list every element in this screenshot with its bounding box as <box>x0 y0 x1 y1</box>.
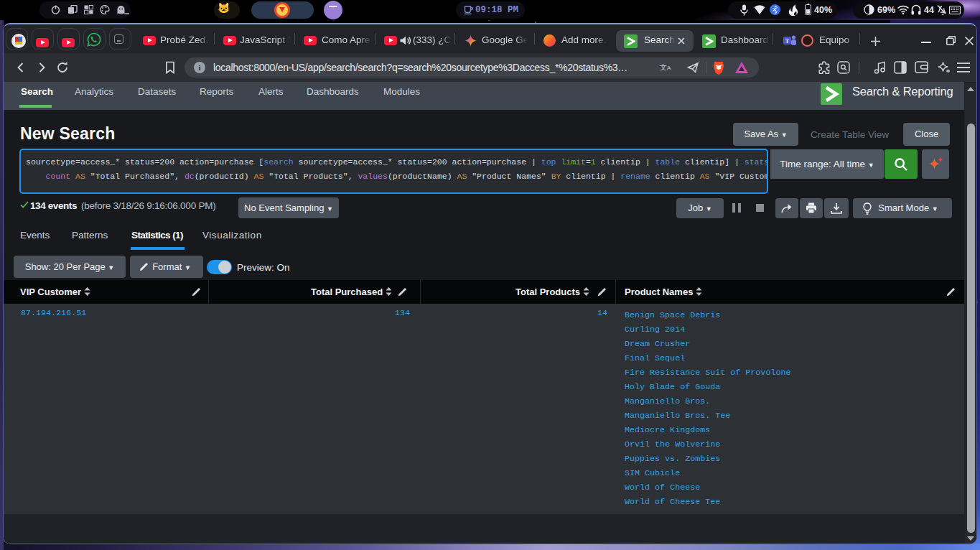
svg-text:T: T <box>785 38 789 45</box>
